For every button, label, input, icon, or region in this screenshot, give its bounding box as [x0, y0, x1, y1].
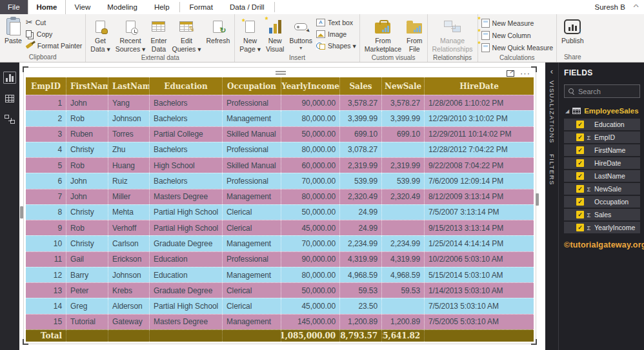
from-file-button[interactable]: FromFile [404, 15, 425, 54]
expand-pane-icon[interactable]: ‹ [550, 66, 553, 81]
model-view-icon [5, 115, 15, 124]
field-item-hiredate[interactable]: ✓HireDate [564, 157, 640, 169]
refresh-button[interactable]: ↻ Refresh [203, 15, 232, 46]
get-data-button[interactable]: GetData ▾ [88, 15, 112, 54]
field-checkbox[interactable]: ✓ [576, 146, 584, 154]
column-header-education[interactable]: Education [150, 77, 223, 95]
shapes-button[interactable]: Shapes ▾ [316, 40, 356, 51]
from-marketplace-icon [375, 23, 390, 34]
column-header-yearlyincome[interactable]: YearlyIncome [281, 77, 340, 95]
field-item-yearlyincome[interactable]: ✓ΣYearlyIncome [564, 222, 640, 233]
new-page-button[interactable]: * NewPage ▾ [237, 15, 263, 54]
column-header-empid[interactable]: EmpID [26, 77, 66, 95]
field-checkbox[interactable]: ✓ [576, 133, 584, 141]
field-checkbox[interactable]: ✓ [576, 198, 584, 206]
tab-home[interactable]: Home [28, 0, 66, 14]
collapse-ribbon-icon[interactable]: ^ [633, 3, 638, 11]
drag-handle-icon[interactable] [276, 70, 286, 76]
image-button[interactable]: Image [316, 28, 356, 39]
table-cell: 70,000.00 [281, 173, 340, 188]
fields-pane-title: FIELDS [564, 68, 640, 77]
column-header-hiredate[interactable]: HireDate [425, 77, 534, 95]
report-view-button[interactable] [3, 72, 16, 84]
table-cell: Graduate Degree [150, 283, 223, 298]
new-measure-button[interactable]: *New Measure [481, 17, 554, 28]
field-checkbox[interactable]: ✓ [576, 224, 584, 231]
data-view-button[interactable] [3, 92, 16, 104]
field-checkbox[interactable]: ✓ [576, 121, 584, 128]
tab-file[interactable]: File [0, 0, 28, 14]
filters-pane-tab[interactable]: FILTERS [548, 154, 556, 186]
group-label-calculations: Calculations [480, 54, 555, 63]
field-item-sales[interactable]: ✓ΣSales [564, 209, 640, 220]
user-name[interactable]: Suresh B [595, 3, 625, 11]
visualizations-pane-tab[interactable]: VISUALIZATIONS [548, 81, 556, 144]
copy-button[interactable]: Copy [26, 28, 82, 39]
tab-modeling[interactable]: Modeling [99, 0, 146, 14]
table-node-employeesales[interactable]: ◢ EmployeeSales [564, 107, 640, 115]
format-painter-button[interactable]: Format Painter [26, 40, 82, 51]
field-item-firstname[interactable]: ✓FirstName [564, 144, 640, 156]
new-column-icon: * [481, 31, 490, 40]
tab-separator [179, 2, 180, 12]
new-quick-measure-button[interactable]: *New Quick Measure [481, 42, 554, 53]
resize-handle-left[interactable] [20, 206, 23, 219]
search-icon [569, 88, 574, 94]
table-cell: 539.99 [382, 173, 425, 188]
field-checkbox[interactable]: ✓ [576, 172, 584, 180]
column-header-lastname[interactable]: LastName [108, 77, 150, 95]
text-box-button[interactable]: AText box [316, 17, 356, 28]
field-item-newsale[interactable]: ✓ΣNewSale [564, 183, 640, 195]
table-cell: 10 [26, 236, 66, 251]
table-cell: Yang [108, 95, 150, 110]
table-cell: 15 [26, 315, 66, 329]
table-cell: John [66, 190, 108, 204]
field-item-empid[interactable]: ✓ΣEmpID [564, 131, 640, 143]
tab-view[interactable]: View [66, 0, 99, 14]
field-item-education[interactable]: ✓Education [564, 119, 640, 130]
tab-data-drill[interactable]: Data / Drill [221, 0, 273, 14]
column-header-firstname[interactable]: FirstName [66, 77, 108, 95]
new-page-icon: * [245, 21, 255, 33]
table-cell: 7/5/2005 5:03:10 AM [425, 315, 534, 329]
table-cell: Skilled Manual [223, 158, 281, 173]
model-view-button[interactable] [3, 113, 16, 125]
tab-format[interactable]: Format [181, 0, 221, 14]
resize-handle-right[interactable] [536, 193, 539, 206]
column-header-sales[interactable]: Sales [340, 77, 382, 95]
buttons-button[interactable]: Buttons▾ [287, 15, 315, 52]
table-cell: Zhu [108, 142, 150, 157]
search-input[interactable] [578, 88, 636, 95]
new-visual-button[interactable]: * NewVisual [263, 15, 287, 54]
fields-search[interactable] [564, 84, 640, 98]
publish-button[interactable]: ↑ Publish [559, 15, 586, 46]
field-checkbox[interactable]: ✓ [576, 185, 584, 193]
tab-separator [274, 2, 275, 12]
table-cell: 1/25/2014 4:14:14 PM [425, 236, 534, 251]
enter-data-button[interactable]: EnterData [148, 15, 169, 54]
focus-mode-icon[interactable] [507, 70, 514, 77]
column-header-newsale[interactable]: NewSale [382, 77, 425, 95]
manage-relationships-button[interactable]: ManageRelationships [430, 15, 476, 54]
column-header-occupation[interactable]: Occupation [223, 77, 281, 95]
table-cell: Masters Degree [150, 190, 223, 204]
from-marketplace-button[interactable]: FromMarketplace [362, 15, 404, 54]
edit-queries-button[interactable]: ✎ EditQueries ▾ [170, 15, 204, 54]
field-checkbox[interactable]: ✓ [576, 211, 584, 219]
table-cell: 2,234.99 [382, 236, 425, 251]
more-options-icon[interactable]: ··· [520, 72, 530, 75]
table-cell: Clerical [223, 220, 281, 235]
recent-sources-button[interactable]: RecentSources ▾ [113, 15, 148, 54]
paste-button[interactable]: Paste [2, 15, 25, 46]
cut-button[interactable]: ✂Cut [26, 17, 82, 28]
new-column-button[interactable]: *New Column [481, 30, 554, 41]
field-list: ✓Education✓ΣEmpID✓FirstName✓HireDate✓Las… [564, 119, 640, 235]
field-item-occupation[interactable]: ✓Occupation [564, 196, 640, 208]
tab-help[interactable]: Help [146, 0, 178, 14]
ribbon-tab-bar: File HomeViewModelingHelpFormatData / Dr… [0, 0, 644, 14]
report-canvas[interactable]: ··· EmpIDFirstNameLastNameEducationOccup… [19, 63, 545, 350]
field-checkbox[interactable]: ✓ [576, 159, 584, 167]
field-item-lastname[interactable]: ✓LastName [564, 170, 640, 182]
expand-collapse-icon[interactable]: ◢ [565, 108, 569, 114]
format-painter-icon [25, 42, 33, 48]
